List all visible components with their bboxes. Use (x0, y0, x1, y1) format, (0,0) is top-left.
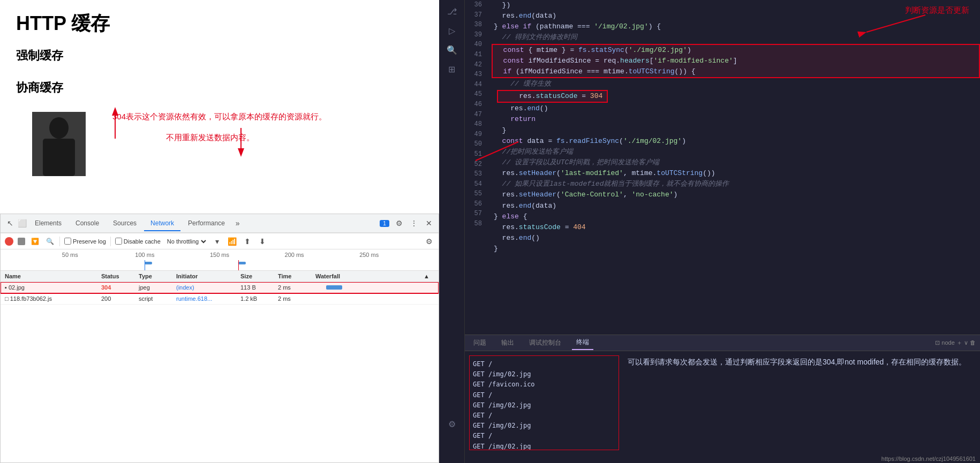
col-waterfall: Waterfall (315, 273, 424, 279)
wifi-icon: 📶 (227, 236, 238, 247)
extensions-icon[interactable]: ⊞ (445, 62, 459, 76)
preserve-log-checkbox[interactable] (64, 238, 71, 245)
code-line-47: } (492, 125, 980, 136)
editor-main: 判断资源是否更新 36 (465, 0, 980, 463)
ln56: 56 (465, 199, 482, 209)
terminal-line-7: GET /img/02.jpg (473, 421, 615, 431)
code-line-56: res.statusCode = 404 (492, 222, 980, 233)
tab-output[interactable]: 输出 (497, 336, 518, 350)
network-header: Name Status Type Initiator Size Time Wat… (1, 271, 439, 282)
search-code-icon[interactable]: 🔍 (445, 43, 459, 57)
run-icon[interactable]: ▷ (445, 24, 459, 37)
section2-title: 协商缓存 (16, 80, 423, 96)
devtools-panel: ↖ ⬜ Elements Console Sources Network Per… (0, 214, 439, 463)
settings-icon[interactable]: ⚙ (394, 218, 404, 229)
annotation2: 不用重新发送数据内容。 (166, 133, 423, 143)
devtools-tabs-bar: ↖ ⬜ Elements Console Sources Network Per… (1, 214, 439, 233)
editor-sidebar: ⎇ ▷ 🔍 ⊞ ⚙ (439, 0, 465, 463)
footer-url: https://blog.csdn.net/czj1049561601 (465, 454, 980, 463)
code-line-40: const { mtime } = fs.statSync('./img/02.… (493, 45, 979, 56)
stop-button[interactable] (18, 238, 25, 245)
col-sort: ▲ (424, 273, 434, 279)
throttle-dropdown-icon[interactable]: ▾ (212, 236, 223, 247)
bottom-right-controls: ⊡ node ＋ ∨ 🗑 (935, 339, 976, 347)
ln37: 37 (465, 10, 482, 20)
arrows-svg (112, 107, 423, 214)
close-devtools-icon[interactable]: ✕ (424, 218, 434, 229)
row1-name: ▪ 02.jpg (5, 284, 101, 291)
search-network-icon[interactable]: 🔍 (44, 236, 55, 247)
tab-network[interactable]: Network (144, 216, 180, 231)
code-line-58: } (492, 244, 980, 254)
ln58: 58 (465, 219, 482, 229)
debug-icon[interactable]: ⚙ (445, 417, 459, 431)
upload-icon[interactable]: ⬆ (242, 236, 253, 247)
bottom-tabs-bar: 问题 输出 调试控制台 终端 ⊡ node ＋ ∨ 🗑 (465, 335, 980, 351)
disable-cache-label: Disable cache (115, 238, 161, 245)
row1-status: 304 (101, 284, 139, 291)
code-line-55: } else { (492, 211, 980, 222)
code-line-41: const ifModifiedSince = req.headers['if-… (493, 56, 979, 66)
divider1 (59, 237, 60, 246)
tab-elements[interactable]: Elements (28, 216, 68, 231)
tab-performance[interactable]: Performance (182, 216, 231, 231)
more-tabs-btn[interactable]: » (232, 217, 243, 230)
article-title: HTTP 缓存 (16, 11, 423, 37)
right-panel: ⎇ ▷ 🔍 ⊞ ⚙ 判断资源是否更新 (439, 0, 980, 463)
terminal-content: GET / GET /img/02.jpg GET /favicon.ico G… (465, 351, 980, 454)
row1-time: 2 ms (278, 284, 315, 291)
filter-icon[interactable]: 🔽 (29, 236, 40, 247)
code-line-53: res.setHeader('Cache-Control', 'no-cache… (492, 189, 980, 200)
code-line-38: } else if (pathname === '/img/02.jpg') { (492, 21, 980, 32)
timeline-area: 50 ms 100 ms 150 ms 200 ms 250 ms (1, 249, 439, 271)
ln57: 57 (465, 209, 482, 219)
timeline-vline1 (145, 260, 145, 271)
code-line-45: res.end() (492, 103, 980, 114)
ln46: 46 (465, 100, 482, 110)
record-button[interactable] (5, 237, 13, 246)
col-status: Status (101, 273, 139, 279)
code-line-46: return (492, 114, 980, 125)
cursor-icon[interactable]: ↖ (5, 218, 16, 229)
git-icon[interactable]: ⎇ (445, 4, 459, 18)
cache-image (32, 112, 86, 176)
tab-console[interactable]: Console (69, 216, 105, 231)
ln38: 38 (465, 20, 482, 30)
mobile-icon[interactable]: ⬜ (17, 218, 27, 229)
row1-size: 113 B (240, 284, 278, 291)
more-options-icon[interactable]: ⋮ (409, 218, 419, 229)
terminal-annotation: 可以看到请求每次都会发送，通过判断相应字段来返回的是304,即not modif… (623, 351, 980, 454)
disable-cache-checkbox[interactable] (115, 238, 122, 245)
throttle-select[interactable]: No throttling (165, 238, 208, 245)
code-line-43: // 缓存生效 (492, 79, 980, 89)
network-settings-icon[interactable]: ⚙ (424, 236, 434, 247)
ln52: 52 (465, 160, 482, 170)
network-row-02jpg[interactable]: ▪ 02.jpg 304 jpeg (index) 113 B 2 ms (1, 282, 439, 293)
row1-type: jpeg (139, 284, 176, 291)
ln47: 47 (465, 110, 482, 120)
download-icon[interactable]: ⬇ (257, 236, 268, 247)
code-area: 判断资源是否更新 36 (465, 0, 980, 335)
annotation1: 304表示这个资源依然有效，可以拿原本的缓存的资源就行。 (112, 112, 423, 122)
timeline-vline2 (238, 260, 239, 271)
tab-debug-console[interactable]: 调试控制台 (525, 336, 566, 350)
ln55: 55 (465, 189, 482, 199)
code-line-51: res.setHeader('last-modified', mtime.toU… (492, 168, 980, 179)
col-initiator: Initiator (176, 273, 240, 279)
divider2 (110, 237, 111, 246)
timeline-100ms: 100 ms (108, 252, 183, 258)
ln36: 36 (465, 0, 482, 10)
row2-initiator: runtime.618... (176, 295, 240, 302)
terminal-line-2: GET /img/02.jpg (473, 369, 615, 379)
line-numbers: 36 37 38 39 40 41 42 43 44 45 46 47 (465, 0, 486, 254)
code-line-54: res.end(data) (492, 201, 980, 211)
tab-issues[interactable]: 问题 (469, 336, 491, 350)
timeline-labels: 50 ms 100 ms 150 ms 200 ms 250 ms (33, 249, 406, 260)
terminal-line-8: GET / (473, 431, 615, 441)
svg-rect-2 (43, 139, 75, 176)
network-table: Name Status Type Initiator Size Time Wat… (1, 271, 439, 462)
tab-terminal[interactable]: 终端 (572, 336, 593, 350)
tab-sources[interactable]: Sources (107, 216, 143, 231)
network-row-js[interactable]: □ 118.fb73b062.js 200 script runtime.618… (1, 293, 439, 305)
code-line-39: // 得到文件的修改时间 (492, 32, 980, 43)
